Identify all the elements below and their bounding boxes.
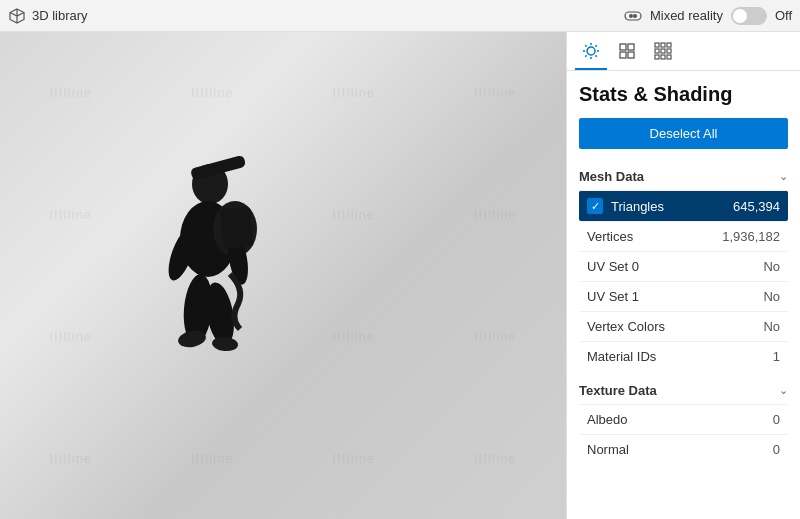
off-label: Off bbox=[775, 8, 792, 23]
svg-point-12 bbox=[587, 47, 595, 55]
mesh-data-section-header[interactable]: Mesh Data ⌄ bbox=[579, 163, 788, 190]
svg-rect-24 bbox=[628, 52, 634, 58]
uv-set-0-label: UV Set 0 bbox=[587, 259, 639, 274]
vertices-label: Vertices bbox=[587, 229, 633, 244]
library-section: 3D library bbox=[8, 7, 88, 25]
texture-data-section-header[interactable]: Texture Data ⌄ bbox=[579, 377, 788, 404]
texture-data-chevron: ⌄ bbox=[779, 384, 788, 397]
vertices-row[interactable]: Vertices 1,936,182 bbox=[579, 221, 788, 251]
svg-rect-28 bbox=[655, 49, 659, 53]
right-panel: Stats & Shading Deselect All Mesh Data ⌄… bbox=[566, 32, 800, 519]
vertices-value: 1,936,182 bbox=[722, 229, 780, 244]
watermark-cell: IIIIline bbox=[425, 397, 567, 519]
albedo-row[interactable]: Albedo 0 bbox=[579, 404, 788, 434]
uv-set-1-value: No bbox=[763, 289, 780, 304]
svg-rect-31 bbox=[655, 55, 659, 59]
cube-3d-icon bbox=[8, 7, 26, 25]
watermark-cell: IIIIline bbox=[0, 397, 142, 519]
watermark-cell: IIIIline bbox=[283, 154, 425, 276]
watermark-cell: IIIIline bbox=[0, 154, 142, 276]
svg-line-17 bbox=[585, 45, 586, 46]
mixed-reality-toggle[interactable] bbox=[731, 7, 767, 25]
watermark-cell: IIIIline bbox=[283, 276, 425, 398]
mixed-reality-section: Mixed reality Off bbox=[624, 7, 792, 25]
main-content: IIIIline IIIIline IIIIline IIIIline IIII… bbox=[0, 32, 800, 519]
tab-lighting[interactable] bbox=[575, 38, 607, 70]
triangles-label: Triangles bbox=[611, 199, 664, 214]
material-ids-row[interactable]: Material IDs 1 bbox=[579, 341, 788, 371]
albedo-label: Albedo bbox=[587, 412, 627, 427]
normal-row[interactable]: Normal 0 bbox=[579, 434, 788, 464]
svg-line-20 bbox=[585, 55, 586, 56]
texture-data-label: Texture Data bbox=[579, 383, 657, 398]
normal-label: Normal bbox=[587, 442, 629, 457]
uv-set-0-row[interactable]: UV Set 0 No bbox=[579, 251, 788, 281]
uv-set-0-value: No bbox=[763, 259, 780, 274]
svg-rect-33 bbox=[667, 55, 671, 59]
panel-title: Stats & Shading bbox=[579, 83, 788, 106]
watermark-cell: IIIIline bbox=[425, 32, 567, 154]
mesh-data-chevron: ⌄ bbox=[779, 170, 788, 183]
watermark-cell: IIIIline bbox=[0, 276, 142, 398]
triangles-checkbox[interactable]: ✓ bbox=[587, 198, 603, 214]
material-ids-label: Material IDs bbox=[587, 349, 656, 364]
3d-figure bbox=[130, 144, 290, 408]
library-label[interactable]: 3D library bbox=[32, 8, 88, 23]
viewport: IIIIline IIIIline IIIIline IIIIline IIII… bbox=[0, 32, 566, 519]
vertex-colors-row[interactable]: Vertex Colors No bbox=[579, 311, 788, 341]
vertex-colors-label: Vertex Colors bbox=[587, 319, 665, 334]
triangles-row[interactable]: ✓ Triangles 645,394 bbox=[579, 190, 788, 221]
mesh-data-label: Mesh Data bbox=[579, 169, 644, 184]
watermark-cell: IIIIline bbox=[0, 32, 142, 154]
svg-rect-26 bbox=[661, 43, 665, 47]
svg-rect-27 bbox=[667, 43, 671, 47]
svg-rect-22 bbox=[628, 44, 634, 50]
watermark-cell: IIIIline bbox=[283, 397, 425, 519]
svg-rect-30 bbox=[667, 49, 671, 53]
watermark-cell: IIIIline bbox=[142, 397, 284, 519]
figure-svg bbox=[130, 144, 290, 404]
normal-value: 0 bbox=[773, 442, 780, 457]
svg-line-19 bbox=[595, 45, 596, 46]
triangles-label-wrap: ✓ Triangles bbox=[587, 198, 664, 214]
toggle-knob bbox=[733, 9, 747, 23]
triangles-value: 645,394 bbox=[733, 199, 780, 214]
panel-content: Stats & Shading Deselect All Mesh Data ⌄… bbox=[567, 71, 800, 519]
deselect-all-button[interactable]: Deselect All bbox=[579, 118, 788, 149]
vertex-colors-value: No bbox=[763, 319, 780, 334]
mr-headset-icon bbox=[624, 9, 642, 23]
svg-rect-23 bbox=[620, 52, 626, 58]
svg-rect-29 bbox=[661, 49, 665, 53]
watermark-cell: IIIIline bbox=[425, 276, 567, 398]
svg-rect-25 bbox=[655, 43, 659, 47]
uv-set-1-row[interactable]: UV Set 1 No bbox=[579, 281, 788, 311]
tab-grid[interactable] bbox=[647, 38, 679, 70]
svg-line-18 bbox=[595, 55, 596, 56]
svg-rect-11 bbox=[220, 206, 253, 248]
tab-bar bbox=[567, 32, 800, 71]
watermark-cell: IIIIline bbox=[142, 32, 284, 154]
watermark-cell: IIIIline bbox=[425, 154, 567, 276]
svg-rect-32 bbox=[661, 55, 665, 59]
mixed-reality-label: Mixed reality bbox=[650, 8, 723, 23]
albedo-value: 0 bbox=[773, 412, 780, 427]
tab-stats[interactable] bbox=[611, 38, 643, 70]
material-ids-value: 1 bbox=[773, 349, 780, 364]
watermark-cell: IIIIline bbox=[283, 32, 425, 154]
top-bar: 3D library Mixed reality Off bbox=[0, 0, 800, 32]
svg-rect-21 bbox=[620, 44, 626, 50]
uv-set-1-label: UV Set 1 bbox=[587, 289, 639, 304]
